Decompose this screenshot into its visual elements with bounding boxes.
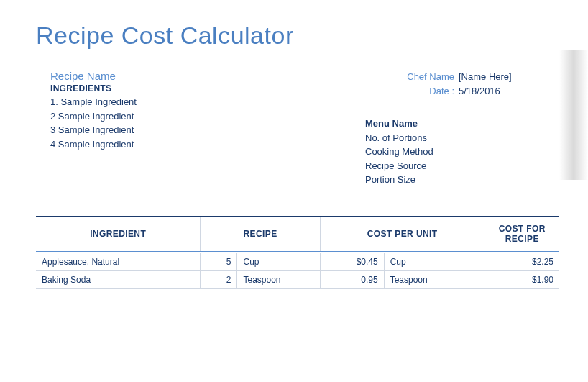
cell-cost-unit: Teaspoon xyxy=(384,270,484,288)
menu-size: Portion Size xyxy=(365,173,516,187)
col-ingredient: INGREDIENT xyxy=(36,216,201,252)
document-sheet: Recipe Cost Calculator Recipe Name INGRE… xyxy=(0,0,588,318)
page-curl-shadow xyxy=(559,50,588,180)
date-row: Date : 5/18/2016 xyxy=(344,84,516,99)
cell-cost-for-recipe: $2.25 xyxy=(484,252,559,270)
chef-label: Chef Name xyxy=(407,70,459,84)
menu-source: Recipe Source xyxy=(365,159,516,173)
recipe-name-label: Recipe Name xyxy=(50,70,344,82)
ingredient-line: 3 Sample Ingredient xyxy=(50,123,344,137)
cell-qty: 2 xyxy=(201,270,237,288)
ingredients-block: Recipe Name INGREDIENTS 1. Sample Ingred… xyxy=(50,70,344,187)
cell-cost-unit: Cup xyxy=(384,252,484,270)
ingredient-line: 1. Sample Ingredient xyxy=(50,95,344,109)
col-cost-per-unit: COST PER UNIT xyxy=(320,216,484,252)
cell-ingredient: Applesauce, Natural xyxy=(36,252,201,270)
meta-block: Chef Name [Name Here] Date : 5/18/2016 M… xyxy=(344,70,559,187)
cell-unit: Cup xyxy=(237,252,320,270)
cell-cost-per-unit: $0.45 xyxy=(320,252,384,270)
date-label: Date : xyxy=(429,84,459,99)
table-header-row: INGREDIENT RECIPE COST PER UNIT COST FOR… xyxy=(36,216,559,252)
menu-method: Cooking Method xyxy=(365,145,516,159)
cell-cost-for-recipe: $1.90 xyxy=(484,270,559,288)
header-section: Recipe Name INGREDIENTS 1. Sample Ingred… xyxy=(36,70,559,187)
menu-portions: No. of Portions xyxy=(365,131,516,145)
table-row: Applesauce, Natural 5 Cup $0.45 Cup $2.2… xyxy=(36,252,559,270)
chef-row: Chef Name [Name Here] xyxy=(344,70,516,84)
menu-name: Menu Name xyxy=(365,117,516,131)
ingredients-heading: INGREDIENTS xyxy=(50,83,344,94)
cell-unit: Teaspoon xyxy=(237,270,320,288)
cell-ingredient: Baking Soda xyxy=(36,270,201,288)
page-title: Recipe Cost Calculator xyxy=(36,22,559,50)
col-cost-for-recipe: COST FOR RECIPE xyxy=(484,216,559,252)
date-value: 5/18/2016 xyxy=(459,84,516,99)
cost-table: INGREDIENT RECIPE COST PER UNIT COST FOR… xyxy=(36,216,559,289)
chef-value: [Name Here] xyxy=(459,70,516,84)
col-recipe: RECIPE xyxy=(201,216,320,252)
cell-qty: 5 xyxy=(201,252,237,270)
menu-block: Menu Name No. of Portions Cooking Method… xyxy=(344,117,516,187)
cell-cost-per-unit: 0.95 xyxy=(320,270,384,288)
ingredient-line: 4 Sample Ingredient xyxy=(50,137,344,152)
ingredient-line: 2 Sample Ingredient xyxy=(50,109,344,124)
table-row: Baking Soda 2 Teaspoon 0.95 Teaspoon $1.… xyxy=(36,270,559,288)
